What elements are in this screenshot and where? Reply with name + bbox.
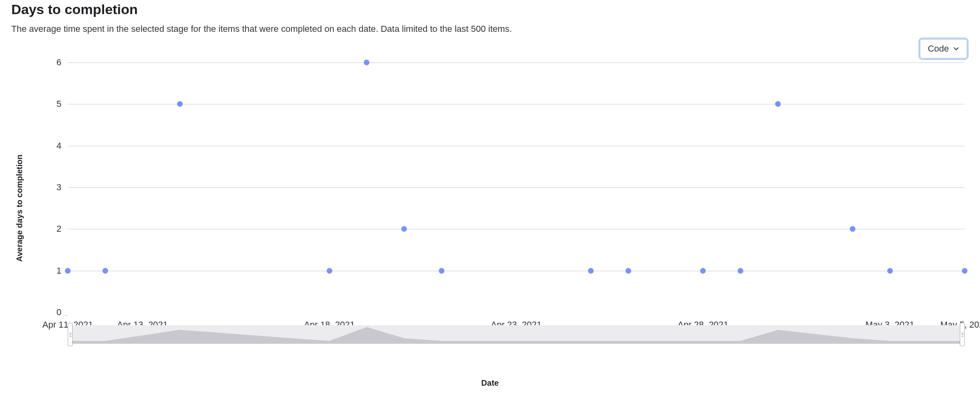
data-point[interactable] <box>364 60 369 65</box>
gridline <box>68 62 965 63</box>
data-point[interactable] <box>738 268 743 274</box>
brush-handle-left[interactable] <box>68 323 73 346</box>
y-tick-label: 1 <box>56 266 61 276</box>
stage-dropdown[interactable]: Code <box>920 39 967 58</box>
y-tick-label: 0 <box>56 307 61 318</box>
data-point[interactable] <box>65 268 71 274</box>
data-point[interactable] <box>887 268 893 274</box>
brush-area-chart <box>68 325 965 344</box>
data-point[interactable] <box>102 268 108 274</box>
time-range-brush[interactable] <box>68 323 965 346</box>
page-subtitle: The average time spent in the selected s… <box>11 24 969 34</box>
days-to-completion-chart: Average days to completion 0123456Apr 11… <box>11 62 969 345</box>
y-tick-label: 2 <box>56 224 61 234</box>
plot-area[interactable]: 0123456Apr 11, 2021Apr 13, 2021Apr 18, 2… <box>68 62 965 312</box>
y-tick-label: 4 <box>56 141 61 151</box>
data-point[interactable] <box>775 101 781 107</box>
data-point[interactable] <box>626 268 631 274</box>
data-point[interactable] <box>962 268 967 274</box>
data-point[interactable] <box>439 268 444 274</box>
y-tick-label: 6 <box>56 57 61 68</box>
y-tick-label: 3 <box>56 182 61 193</box>
y-axis-title: Average days to completion <box>15 155 24 262</box>
data-point[interactable] <box>588 268 594 274</box>
chevron-down-icon <box>953 46 959 52</box>
brush-handle-right[interactable] <box>960 323 965 346</box>
gridline <box>68 271 965 271</box>
data-point[interactable] <box>700 268 706 274</box>
gridline <box>68 229 965 229</box>
data-point[interactable] <box>850 226 855 232</box>
stage-dropdown-label: Code <box>928 44 949 54</box>
gridline <box>68 146 965 146</box>
data-point[interactable] <box>401 226 407 232</box>
page-title: Days to completion <box>11 2 969 17</box>
data-point[interactable] <box>327 268 332 274</box>
gridline <box>68 187 965 188</box>
gridline <box>68 104 965 104</box>
x-axis-title: Date <box>11 378 969 388</box>
data-point[interactable] <box>177 101 183 107</box>
y-tick-label: 5 <box>56 99 61 109</box>
